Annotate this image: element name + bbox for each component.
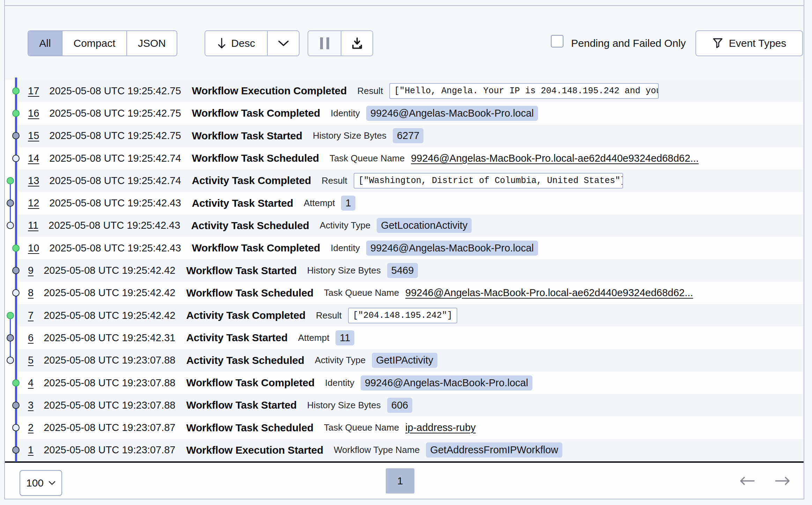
event-row[interactable]: 72025-05-08 UTC 19:25:42.42Activity Task… <box>18 304 804 327</box>
download-button[interactable] <box>341 31 372 56</box>
task-queue-link[interactable]: 99246@Angelas-MacBook-Pro.local-ae62d440… <box>411 153 699 164</box>
event-name: Workflow Task Started <box>186 265 296 277</box>
event-id-link[interactable]: 11 <box>28 220 38 231</box>
tab-json[interactable]: JSON <box>126 31 177 56</box>
event-name: Workflow Task Scheduled <box>186 287 313 299</box>
event-id-link[interactable]: 17 <box>28 85 39 97</box>
event-attribute-badge: 99246@Angelas-MacBook-Pro.local <box>361 375 532 390</box>
event-row[interactable]: 92025-05-08 UTC 19:25:42.42Workflow Task… <box>18 259 804 281</box>
event-timestamp: 2025-05-08 UTC 19:25:42.75 <box>49 85 181 97</box>
pagination-arrows <box>739 468 790 493</box>
event-name: Workflow Execution Started <box>186 444 323 456</box>
event-row[interactable]: 12025-05-08 UTC 19:23:07.87Workflow Exec… <box>18 439 804 461</box>
event-name: Workflow Task Started <box>192 130 302 142</box>
event-attribute-label: Activity Type <box>315 355 366 366</box>
event-row[interactable]: 152025-05-08 UTC 19:25:42.75Workflow Tas… <box>18 125 804 147</box>
event-row[interactable]: 32025-05-08 UTC 19:23:07.88Workflow Task… <box>18 394 804 416</box>
history-controls-group <box>308 30 373 56</box>
tab-compact[interactable]: Compact <box>62 31 126 56</box>
event-timestamp: 2025-05-08 UTC 19:23:07.88 <box>44 354 175 366</box>
event-attribute-badge: 1 <box>341 196 355 211</box>
event-row[interactable]: 52025-05-08 UTC 19:23:07.88Activity Task… <box>18 349 804 372</box>
event-types-button[interactable]: Event Types <box>695 30 803 56</box>
event-id-link[interactable]: 6 <box>28 332 34 344</box>
event-timestamp: 2025-05-08 UTC 19:25:42.43 <box>49 242 181 254</box>
event-id-link[interactable]: 10 <box>28 242 39 254</box>
page-size-select[interactable]: 100 <box>20 470 62 496</box>
pending-failed-checkbox[interactable] <box>551 35 563 47</box>
task-queue-link[interactable]: 99246@Angelas-MacBook-Pro.local-ae62d440… <box>405 287 693 299</box>
event-timestamp: 2025-05-08 UTC 19:25:42.31 <box>44 332 175 344</box>
pause-button[interactable] <box>308 31 341 56</box>
event-timestamp: 2025-05-08 UTC 19:25:42.74 <box>49 175 181 186</box>
event-id-link[interactable]: 7 <box>28 310 34 321</box>
event-attribute-label: History Size Bytes <box>307 265 381 276</box>
event-row[interactable]: 102025-05-08 UTC 19:25:42.43Workflow Tas… <box>18 237 804 259</box>
event-row[interactable]: 142025-05-08 UTC 19:25:42.74Workflow Tas… <box>18 147 804 169</box>
pending-failed-label: Pending and Failed Only <box>571 30 686 56</box>
event-row[interactable]: 22025-05-08 UTC 19:23:07.87Workflow Task… <box>18 416 804 439</box>
next-page-icon[interactable] <box>775 476 790 486</box>
event-status-dot-completed <box>12 87 20 95</box>
previous-page-icon[interactable] <box>739 476 755 486</box>
sort-options-dropdown[interactable] <box>267 31 299 56</box>
event-result-code: ["Washington, District of Columbia, Unit… <box>354 173 623 189</box>
event-id-link[interactable]: 12 <box>28 197 39 209</box>
event-attribute-label: Result <box>322 175 347 186</box>
event-row[interactable]: 162025-05-08 UTC 19:25:42.75Workflow Tas… <box>18 102 804 124</box>
event-timestamp: 2025-05-08 UTC 19:23:07.88 <box>44 400 175 411</box>
event-attribute-badge: 11 <box>335 330 354 345</box>
event-row[interactable]: 82025-05-08 UTC 19:25:42.42Workflow Task… <box>18 282 804 304</box>
event-status-dot-scheduled <box>12 424 20 431</box>
event-row[interactable]: 132025-05-08 UTC 19:25:42.74Activity Tas… <box>18 169 804 192</box>
download-icon <box>350 37 364 50</box>
event-row[interactable]: 112025-05-08 UTC 19:25:42.43Activity Tas… <box>18 214 804 237</box>
event-id-link[interactable]: 3 <box>28 400 34 411</box>
event-status-dot-started <box>12 446 20 454</box>
event-attribute-badge: GetIPActivity <box>372 353 437 368</box>
event-name: Activity Task Completed <box>192 175 311 186</box>
event-id-link[interactable]: 16 <box>28 108 39 119</box>
toolbar-section: All Compact JSON Desc <box>5 0 804 80</box>
event-row[interactable]: 172025-05-08 UTC 19:25:42.75Workflow Exe… <box>18 80 804 102</box>
event-row[interactable]: 62025-05-08 UTC 19:25:42.31Activity Task… <box>18 327 804 349</box>
event-timestamp: 2025-05-08 UTC 19:23:07.87 <box>44 444 175 456</box>
page-size-value: 100 <box>26 477 44 489</box>
event-id-link[interactable]: 5 <box>28 354 34 366</box>
event-name: Activity Task Scheduled <box>186 354 304 366</box>
event-history-table: 172025-05-08 UTC 19:25:42.75Workflow Exe… <box>5 80 804 461</box>
tab-all[interactable]: All <box>28 31 62 56</box>
event-id-link[interactable]: 8 <box>28 287 34 299</box>
event-attribute-label: Attempt <box>304 198 335 208</box>
event-status-dot-started <box>12 267 20 274</box>
event-attribute-label: Identity <box>331 108 360 119</box>
event-id-link[interactable]: 4 <box>28 377 34 389</box>
event-row[interactable]: 122025-05-08 UTC 19:25:42.43Activity Tas… <box>18 192 804 214</box>
arrow-down-icon <box>217 37 226 49</box>
view-mode-tabs: All Compact JSON <box>28 30 177 56</box>
task-queue-link[interactable]: ip-address-ruby <box>405 422 475 433</box>
sort-desc-button[interactable]: Desc <box>205 31 267 56</box>
event-row[interactable]: 42025-05-08 UTC 19:23:07.88Workflow Task… <box>18 372 804 394</box>
event-id-link[interactable]: 13 <box>28 175 39 186</box>
event-id-link[interactable]: 2 <box>28 422 34 433</box>
event-id-link[interactable]: 1 <box>28 444 34 456</box>
event-result-code: ["204.148.195.242"] <box>348 308 457 323</box>
event-id-link[interactable]: 14 <box>28 153 39 164</box>
event-attribute-badge: GetAddressFromIPWorkflow <box>426 442 562 458</box>
event-id-link[interactable]: 9 <box>28 265 34 276</box>
event-attribute-badge: 606 <box>387 398 412 413</box>
event-name: Activity Task Started <box>192 197 293 209</box>
event-status-dot-scheduled <box>12 155 20 162</box>
event-timestamp: 2025-05-08 UTC 19:23:07.87 <box>44 422 175 433</box>
event-timestamp: 2025-05-08 UTC 19:25:42.43 <box>49 197 181 209</box>
event-id-link[interactable]: 15 <box>28 130 39 141</box>
event-name: Activity Task Started <box>186 332 287 344</box>
event-status-dot-started <box>12 132 20 139</box>
event-timestamp: 2025-05-08 UTC 19:25:42.42 <box>44 265 175 276</box>
event-status-dot-completed <box>7 312 14 319</box>
event-attribute-label: Result <box>316 310 342 321</box>
event-attribute-label: Identity <box>325 378 354 388</box>
event-attribute-badge: 6277 <box>393 128 424 143</box>
current-page-button[interactable]: 1 <box>386 468 414 493</box>
